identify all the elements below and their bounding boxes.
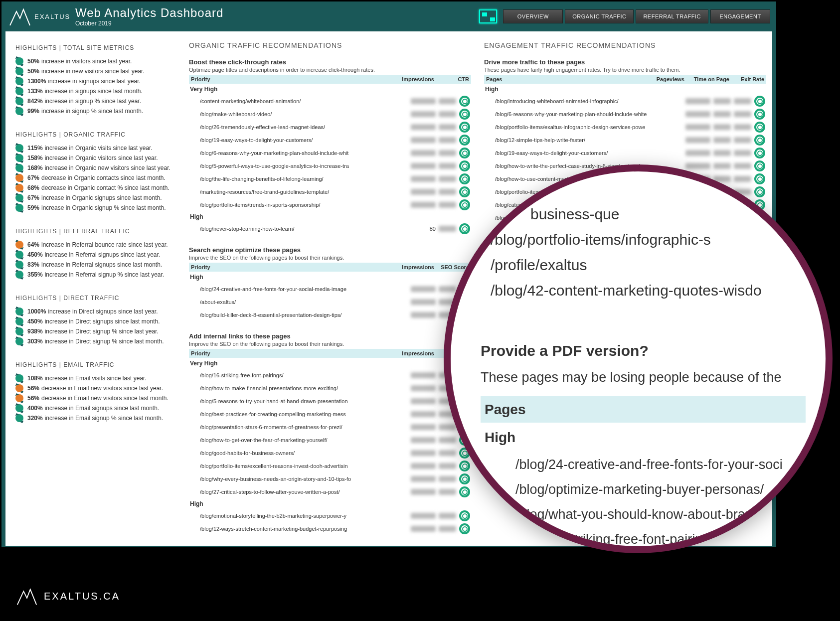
magnify-icon[interactable] [754,148,765,158]
trend-up-icon [15,414,23,422]
blurred-metric [734,176,751,182]
table-row[interactable]: /blog/best-practices-for-creating-compel… [189,408,471,421]
page-path: /blog/why-every-business-needs-an-origin… [200,476,408,482]
blurred-metric [411,513,436,519]
table-row[interactable]: /blog/12-simple-tips-help-write-faster/ [484,134,766,147]
highlight-text: increase in Referral signups since last … [41,261,162,268]
table-row[interactable]: /blog/the-life-changing-benefits-of-life… [189,172,471,185]
table-row[interactable]: /blog/24-creative-and-free-fonts-for-you… [189,283,471,296]
table-row[interactable]: /blog/good-habits-for-business-owners/ [189,447,471,460]
dashboard-icon[interactable] [479,9,497,23]
highlight-value: 56% [27,395,39,402]
blurred-metric [439,189,456,195]
table-row[interactable]: /blog/portfolio-items/excellent-reasons-… [189,460,471,472]
highlight-text: increase in Direct signup % since last y… [45,328,159,335]
magnify-icon[interactable] [459,173,470,184]
magnify-icon[interactable] [459,148,470,158]
blurred-metric [685,163,710,169]
nav-overview[interactable]: OVERVIEW [503,9,563,23]
table-row[interactable]: /blog/make-whiteboard-video/ [189,108,471,121]
highlight-line: 56%decrease in Email new visitors since … [15,393,176,403]
highlight-value: 133% [27,88,43,95]
blurred-metric [439,437,456,443]
magnify-icon[interactable] [459,109,470,120]
table-row[interactable]: /blog/build-killer-deck-8-essential-pres… [189,309,471,321]
magnify-icon[interactable] [754,135,765,146]
table-row[interactable]: /blog/introducing-whiteboard-animated-in… [484,95,766,108]
table-row[interactable]: /blog/19-easy-ways-to-delight-your-custo… [189,134,471,147]
magnify-icon[interactable] [754,186,765,197]
table-row[interactable]: /blog/portfolio-items/trends-in-sports-s… [189,198,471,211]
magnify-icon[interactable] [459,199,470,210]
table-row[interactable]: /blog/never-stop-learning-how-to-learn/8… [189,222,471,235]
page-path: /about-exaltus/ [200,299,408,305]
highlight-text: increase in Referral bounce rate since l… [41,241,168,248]
table-row[interactable]: /blog/how-to-make-financial-presentation… [189,382,471,395]
page-path: /blog/presentation-stars-6-moments-of-gr… [200,424,408,430]
blurred-metric [411,299,436,305]
magnify-icon[interactable] [459,510,470,521]
highlight-text: decrease in Organic contact % since last… [41,184,169,191]
table-row[interactable]: /blog/emotional-storytelling-the-b2b-mar… [189,509,471,522]
blurred-metric [439,202,456,208]
magnify-icon[interactable] [459,135,470,146]
table-col-head: SEO Score [434,264,469,270]
table-row[interactable]: /blog/portfolio-items/exaltus-infographi… [484,121,766,134]
table-row[interactable]: /blog/16-striking-free-font-pairings/ [189,369,471,382]
magnify-icon[interactable] [754,160,765,171]
table-row[interactable]: /blog/12-ways-stretch-content-marketing-… [189,522,471,535]
table-row[interactable]: /blog/6-reasons-why-your-marketing-plan-… [189,147,471,159]
magnify-icon[interactable] [459,186,470,197]
highlight-line: 68%decrease in Organic contact % since l… [15,183,176,193]
magnify-icon[interactable] [459,96,470,107]
table-col-head: Impressions [394,76,434,82]
table-row[interactable]: /blog/how-to-get-over-the-fear-of-market… [189,434,471,447]
magnify-icon[interactable] [754,173,765,184]
magnify-icon[interactable] [459,486,470,497]
table-row[interactable]: /marketing-resources/free-brand-guidelin… [189,185,471,198]
blurred-metric [439,124,456,130]
table-header: PriorityImpressionsCTR [189,75,471,84]
table-row[interactable]: /blog/5-reasons-to-try-your-hand-at-hand… [189,395,471,408]
table-row[interactable]: /blog/why-every-business-needs-an-origin… [189,472,471,485]
table-row[interactable]: /blog/presentation-stars-6-moments-of-gr… [189,421,471,434]
blurred-metric [439,513,456,519]
page-path: /blog/24-creative-and-free-fonts-for-you… [200,286,408,292]
nav-referral[interactable]: REFERRAL TRAFFIC [636,9,708,23]
block-title: Boost these click-through rates [189,58,471,66]
table-col-head: Priority [191,350,394,356]
table-row[interactable]: /blog/27-critical-steps-to-follow-after-… [189,485,471,498]
page-path: /content-marketing/whiteboard-animation/ [200,98,408,104]
zoom-block-title: Provide a PDF version? [481,338,806,363]
magnify-icon[interactable] [754,109,765,120]
blurred-metric [411,385,436,391]
magnify-icon[interactable] [459,223,470,234]
magnify-icon[interactable] [459,122,470,133]
magnify-icon[interactable] [459,473,470,484]
highlight-text: increase in Organic signup % since last … [41,204,166,211]
highlight-value: 320% [27,415,43,422]
magnify-icon[interactable] [754,122,765,133]
magnify-icon[interactable] [459,160,470,171]
highlight-value: 64% [27,241,39,248]
nav-organic[interactable]: ORGANIC TRAFFIC [565,9,634,23]
blurred-metric [411,372,436,378]
table-row[interactable]: /blog/5-powerful-ways-to-use-google-anal… [189,159,471,172]
blurred-metric [411,176,436,182]
highlight-text: increase in Direct signup % since last m… [45,338,164,345]
magnify-icon[interactable] [754,96,765,107]
blurred-metric [685,150,710,156]
page-path: /blog/19-easy-ways-to-delight-your-custo… [200,137,408,143]
highlight-value: 938% [27,328,43,335]
table-row[interactable]: /blog/19-easy-ways-to-delight-your-custo… [484,147,766,159]
table-col-head: CTR [434,76,469,82]
nav-engagement[interactable]: ENGAGEMENT [710,9,770,23]
table-row[interactable]: /blog/6-reasons-why-your-marketing-plan-… [484,108,766,121]
blurred-metric [411,463,436,469]
magnify-icon[interactable] [459,461,470,471]
magnify-icon[interactable] [459,523,470,534]
table-row[interactable]: /content-marketing/whiteboard-animation/ [189,95,471,108]
table-row[interactable]: /about-exaltus/ [189,296,471,309]
table-row[interactable]: /blog/26-tremendously-effective-lead-mag… [189,121,471,134]
highlight-text: increase in signups since last month. [45,88,143,95]
